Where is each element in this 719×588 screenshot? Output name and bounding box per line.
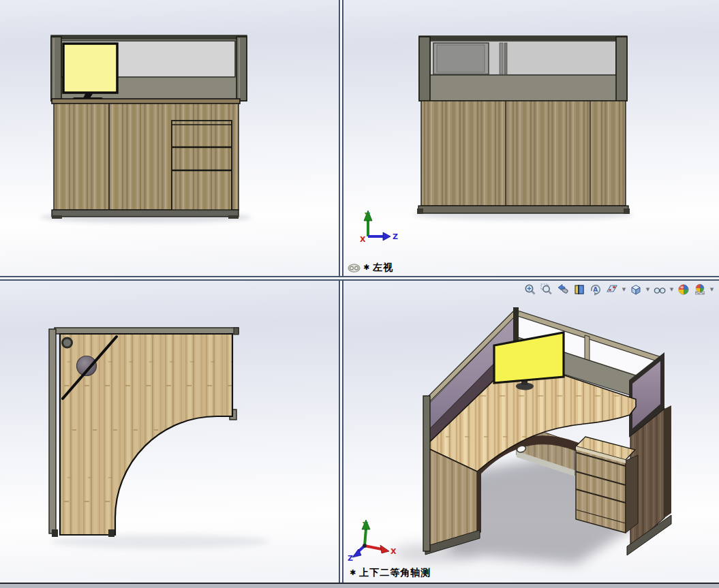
floor-shadow [51, 535, 269, 548]
partition-post-left[interactable] [419, 37, 430, 101]
monitor[interactable] [63, 44, 117, 100]
partition-post-right[interactable] [616, 37, 627, 101]
coordinate-triad: Y X Z [348, 520, 397, 563]
rotate-view-icon[interactable]: A [588, 282, 603, 297]
zoom-to-fit-icon[interactable] [523, 282, 538, 297]
partition-panel[interactable] [419, 36, 627, 101]
view-orientation-dropdown[interactable]: ▼ [621, 282, 627, 297]
link-icon [348, 264, 361, 273]
zoom-to-area-icon[interactable] [539, 282, 554, 297]
view-name-text: 上下二等角轴测 [359, 567, 431, 579]
section-view-icon[interactable] [572, 282, 587, 297]
hide-show-items-dropdown[interactable]: ▼ [669, 282, 675, 297]
apply-scene-icon[interactable] [692, 282, 707, 297]
isometric-view-drawing[interactable]: Y X Z [343, 281, 719, 583]
edit-appearance-icon[interactable] [676, 282, 691, 297]
viewport-divider-horizontal[interactable] [0, 276, 719, 281]
y-axis-label: Y [364, 211, 371, 220]
monitor-stand-pole [500, 43, 503, 74]
grommet-hole[interactable] [63, 338, 72, 347]
lower-wood-panel[interactable] [421, 101, 626, 206]
display-style-dropdown[interactable]: ▼ [645, 282, 651, 297]
x-axis-arrow [380, 545, 389, 553]
z-axis-label: Z [393, 232, 398, 241]
x-axis-label: X [391, 547, 397, 556]
viewport-divider-vertical[interactable] [339, 0, 343, 583]
svg-text:A: A [593, 286, 598, 293]
frame-foot-right [108, 529, 114, 537]
glass-mullion [585, 335, 590, 360]
view-name-text: 左视 [373, 262, 393, 274]
base-rail[interactable] [417, 206, 630, 214]
monitor-screen[interactable] [63, 44, 117, 93]
view-orientation-icon[interactable] [605, 282, 619, 297]
frame-foot-left [52, 529, 58, 537]
left-view-drawing[interactable]: Y Z X [343, 0, 719, 276]
x-axis-label: X [360, 235, 366, 244]
viewport-label-isometric: ✱ 上下二等角轴测 [350, 567, 431, 579]
apply-scene-dropdown[interactable]: ▼ [709, 282, 715, 297]
drawer-pedestal[interactable] [172, 121, 232, 213]
side-view-drawing[interactable] [0, 0, 339, 276]
top-view-drawing[interactable] [0, 281, 339, 583]
partition-post-left[interactable] [51, 37, 61, 101]
heads-up-view-toolbar: A ▼ ▼ ▼ ▼ [521, 281, 716, 298]
hide-show-items-icon[interactable] [652, 282, 667, 297]
pedestal-side [626, 455, 638, 533]
z-axis-label: Z [348, 554, 353, 563]
previous-view-icon[interactable] [555, 282, 570, 297]
display-style-icon[interactable] [628, 282, 643, 297]
viewport-label-left-view: ✱ 左视 [348, 262, 393, 274]
front-post [423, 396, 430, 551]
y-axis-label: Y [362, 521, 369, 529]
desk-surface-edge[interactable] [52, 99, 240, 104]
window-bottom-edge [0, 583, 719, 588]
coordinate-triad: Y Z X [360, 211, 398, 244]
drawer-pedestal[interactable] [576, 447, 638, 533]
partition-post-right[interactable] [236, 37, 247, 101]
cad-multi-viewport: Y Z X [0, 0, 719, 588]
z-axis-arrow [383, 232, 391, 241]
